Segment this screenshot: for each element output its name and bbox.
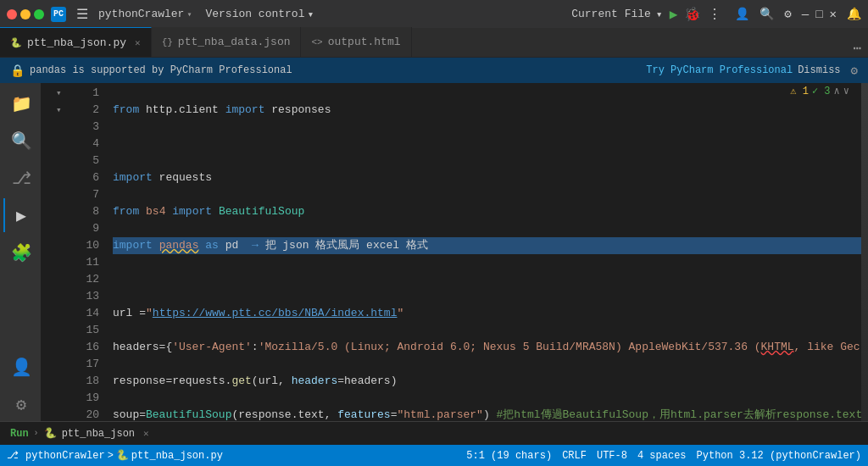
- run-breadcrumb-bar: Run › 🐍 ptt_nba_json ✕: [0, 421, 868, 445]
- project-chevron-icon: ▾: [186, 9, 192, 19]
- line-ending[interactable]: CRLF: [562, 450, 587, 462]
- gutter-icons: · · · · · · · · · · · · · · · · · · · ·: [41, 83, 56, 421]
- code-line-4: from bs4 import BeautifulSoup: [113, 203, 861, 220]
- editor-diagnostics-bar: ⚠ 1 ✓ 3 ∧ ∨: [787, 83, 853, 99]
- current-file-label: Current File: [571, 8, 651, 20]
- code-line-7: url ="https://www.ptt.cc/bbs/NBA/index.h…: [113, 305, 861, 322]
- tab-output-html[interactable]: <> output.html: [301, 27, 411, 57]
- minimize-window-button[interactable]: [20, 9, 31, 19]
- html-file-icon: <>: [311, 37, 322, 47]
- code-content[interactable]: from http.client import responses import…: [106, 83, 861, 421]
- notification-bell-icon[interactable]: 🔔: [847, 7, 861, 21]
- activity-run-debug-icon[interactable]: ▶: [3, 198, 37, 232]
- vcs-button[interactable]: Version control ▾: [205, 8, 314, 21]
- language-mode[interactable]: Python 3.12 (pythonCrawler): [697, 450, 861, 462]
- ok-count: ✓ 3: [812, 85, 831, 97]
- vcs-chevron-icon: ▾: [307, 8, 314, 21]
- minimize-button[interactable]: —: [802, 8, 809, 21]
- app-logo: PC: [51, 7, 66, 22]
- status-bar: ⎇ pythonCrawler > 🐍 ptt_nba_json.py 5:1 …: [0, 445, 868, 466]
- code-line-10: soup=BeautifulSoup(response.text, featur…: [113, 407, 861, 421]
- activity-account-icon[interactable]: 👤: [3, 350, 37, 384]
- current-file-selector[interactable]: Current File ▾: [571, 8, 662, 21]
- activity-bar: 📁 🔍 ⎇ ▶ 🧩 👤 ⚙: [0, 83, 41, 421]
- python-file-breadcrumb-icon: 🐍: [44, 427, 57, 440]
- toolbar-right-icons: 👤 🔍 ⚙: [735, 7, 791, 21]
- window-controls: — □ ✕: [802, 7, 837, 21]
- notification-bar: 🔒 pandas is supported by PyCharm Profess…: [0, 58, 868, 83]
- run-label[interactable]: Run: [10, 428, 29, 440]
- python-file-icon: 🐍: [10, 37, 22, 48]
- status-breadcrumb[interactable]: pythonCrawler > 🐍 ptt_nba_json.py: [25, 449, 223, 462]
- tab-label: ptt_nba_json.py: [27, 36, 126, 49]
- hamburger-menu-button[interactable]: ☰: [73, 4, 92, 25]
- traffic-lights: [7, 9, 44, 19]
- more-options-button[interactable]: ⋮: [708, 6, 721, 23]
- settings-icon[interactable]: ⚙: [784, 7, 791, 21]
- vcs-label: Version control: [205, 8, 304, 20]
- collapse-icon[interactable]: ∨: [843, 85, 849, 97]
- tab-label: ptt_nba_data.json: [178, 36, 291, 48]
- close-button[interactable]: ✕: [830, 7, 837, 21]
- project-label: pythonCrawler: [98, 8, 184, 20]
- tab-label: output.html: [328, 36, 401, 48]
- dismiss-button[interactable]: Dismiss: [798, 64, 840, 76]
- lock-icon: 🔒: [10, 64, 25, 78]
- pycharm-settings-icon[interactable]: ⚙: [851, 64, 858, 78]
- notification-text: pandas is supported by PyCharm Professio…: [30, 64, 641, 76]
- code-line-1: from http.client import responses: [113, 102, 861, 119]
- git-icon: ⎇: [7, 449, 19, 462]
- json-file-icon: {}: [162, 37, 173, 47]
- status-bar-right: 5:1 (19 chars) CRLF UTF-8 4 spaces Pytho…: [466, 450, 861, 462]
- tab-bar: 🐍 ptt_nba_json.py ✕ {} ptt_nba_data.json…: [0, 28, 868, 58]
- activity-settings-icon[interactable]: ⚙: [3, 387, 37, 421]
- try-pycharm-button[interactable]: Try PyCharm Professional: [646, 64, 793, 76]
- breadcrumb-separator-1: ›: [34, 429, 39, 438]
- code-line-2: [113, 136, 861, 153]
- code-line-3: import requests: [113, 169, 861, 186]
- activity-explorer-icon[interactable]: 📁: [3, 86, 37, 120]
- fold-column: ▾ ▾: [56, 83, 68, 421]
- code-line-8: headers={'User-Agent':'Mozilla/5.0 (Linu…: [113, 339, 861, 356]
- close-window-button[interactable]: [7, 9, 17, 19]
- user-icon[interactable]: 👤: [735, 7, 749, 21]
- activity-git-icon[interactable]: ⎇: [3, 161, 37, 195]
- maximize-window-button[interactable]: [34, 9, 44, 19]
- expand-icon[interactable]: ∧: [834, 85, 840, 97]
- search-icon[interactable]: 🔍: [760, 7, 774, 21]
- close-run-tab-icon[interactable]: ✕: [143, 428, 149, 439]
- status-bar-left: ⎇ pythonCrawler > 🐍 ptt_nba_json.py: [7, 449, 223, 462]
- tab-close-icon[interactable]: ✕: [135, 37, 141, 48]
- minimap: [861, 83, 868, 421]
- tab-bar-right: ⋯: [412, 40, 868, 57]
- activity-search-icon[interactable]: 🔍: [3, 124, 37, 158]
- encoding[interactable]: UTF-8: [597, 450, 627, 462]
- current-file-chevron-icon: ▾: [656, 8, 663, 21]
- code-line-6: [113, 271, 861, 288]
- debug-button[interactable]: 🐞: [684, 6, 701, 23]
- breadcrumb-filename: ptt_nba_json: [62, 428, 135, 440]
- editor-area: ⚠ 1 ✓ 3 ∧ ∨ · · · · · · · · · · · · · · …: [41, 83, 868, 421]
- tab-ptt-nba-json-py[interactable]: 🐍 ptt_nba_json.py ✕: [0, 27, 152, 57]
- breadcrumb-sep: >: [108, 450, 114, 462]
- project-name[interactable]: pythonCrawler ▾: [98, 8, 192, 20]
- file-breadcrumb: ptt_nba_json.py: [131, 450, 223, 462]
- title-bar: PC ☰ pythonCrawler ▾ Version control ▾ C…: [0, 0, 868, 28]
- cursor-position[interactable]: 5:1 (19 chars): [466, 450, 552, 462]
- tabs-more-button[interactable]: ⋯: [853, 40, 861, 57]
- code-line-5: import pandas as pd → 把 json 格式風局 excel …: [113, 237, 861, 254]
- code-line-9: response=requests.get(url, headers=heade…: [113, 373, 861, 390]
- code-editor[interactable]: · · · · · · · · · · · · · · · · · · · ·: [41, 83, 868, 421]
- activity-extensions-icon[interactable]: 🧩: [3, 236, 37, 269]
- restore-button[interactable]: □: [815, 8, 822, 21]
- project-breadcrumb: pythonCrawler: [25, 450, 105, 462]
- git-branch-item[interactable]: ⎇: [7, 449, 19, 462]
- line-numbers: 12345 678910 1112131415 1617181920 21: [68, 83, 106, 421]
- run-button[interactable]: ▶: [670, 6, 678, 23]
- main-area: 📁 🔍 ⎇ ▶ 🧩 👤 ⚙ ⚠ 1 ✓ 3 ∧ ∨ · · · · · · · …: [0, 83, 868, 421]
- tab-ptt-nba-data-json[interactable]: {} ptt_nba_data.json: [152, 27, 302, 57]
- indent-setting[interactable]: 4 spaces: [637, 450, 687, 462]
- warning-count: ⚠ 1: [790, 85, 809, 97]
- python-icon: 🐍: [116, 449, 129, 462]
